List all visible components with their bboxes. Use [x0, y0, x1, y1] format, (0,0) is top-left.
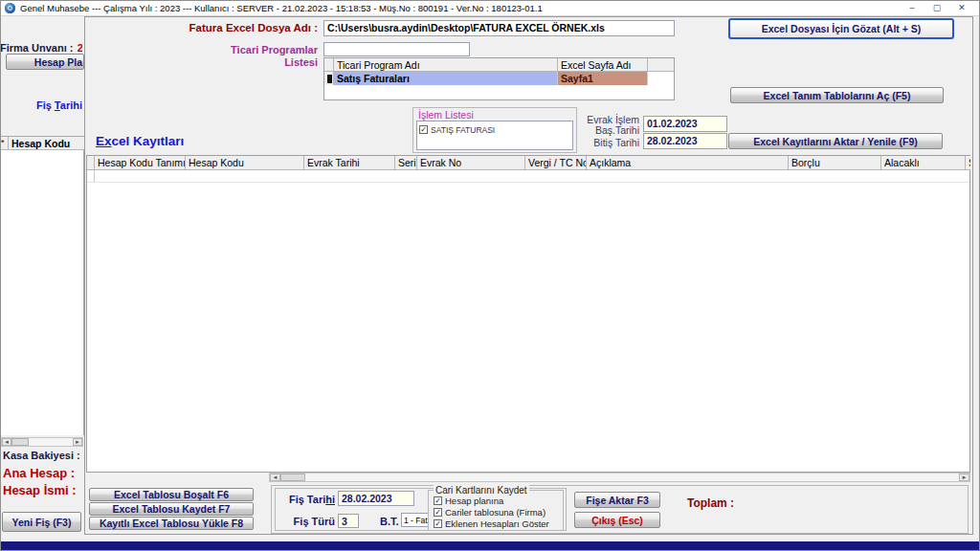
fis-turu-label: Fiş Türü: [278, 516, 335, 527]
scroll-left-icon[interactable]: ◄: [270, 474, 280, 481]
col-seri: Seri: [395, 156, 417, 170]
kasa-bakiyesi-label: Kasa Bakiyesi :: [3, 450, 80, 461]
excel-tablosu-kaydet-button[interactable]: Excel Tablosu Kaydet F7: [89, 502, 254, 516]
checkbox-eklenen-hesaplari[interactable]: ✓ Eklenen Hesapları Göster: [434, 518, 549, 529]
cari-kartlari-fieldset: Cari Kartlarını Kaydet ✓ Hesap planına ✓…: [428, 490, 564, 531]
hesap-kodu-list[interactable]: [0, 150, 84, 435]
col-borclu: Borçlu: [789, 156, 881, 170]
excel-file-path-input[interactable]: C:\Users\busra.aydin\Desktop\FATURA EXCE…: [323, 20, 675, 36]
row-selector-header: [324, 58, 334, 72]
scroll-left-icon[interactable]: ◄: [2, 438, 11, 446]
sayfa-adi-header: Excel Sayfa Adı: [558, 58, 648, 72]
program-table: Ticari Program Adı Excel Sayfa Adı Satış…: [323, 57, 675, 100]
records-table: Hesap Kodu Tanımı Hesap Kodu Evrak Tarih…: [86, 155, 970, 473]
records-selector-header: [87, 156, 95, 170]
bt-label: B.T.: [380, 516, 399, 527]
col-hesap-kodu: Hesap Kodu: [186, 156, 304, 170]
ticari-programlar-label-line1: Ticari Programlar: [96, 44, 318, 56]
checkbox-cariler-tablosuna[interactable]: ✓ Cariler tablosuna (Firma): [434, 507, 546, 518]
excel-tablosu-bosalt-button[interactable]: Excel Tablosu Boşalt F6: [89, 488, 254, 501]
program-adi-cell[interactable]: Satış Faturaları: [334, 72, 558, 85]
ticari-filter-input[interactable]: [323, 42, 470, 56]
close-icon[interactable]: ✕: [949, 0, 974, 16]
checkbox-label: Eklenen Hesapları Göster: [445, 518, 549, 529]
bottom-accent-bar: [0, 540, 980, 551]
fis-turu-input[interactable]: 3: [338, 514, 359, 528]
records-header-row: Hesap Kodu Tanımı Hesap Kodu Evrak Tarih…: [87, 156, 969, 170]
col-vergi-tc-no: Vergi / TC No: [525, 156, 587, 170]
col-aciklama: Açıklama: [587, 156, 789, 170]
application-window: { "titlebar": { "title": "Genel Muhasebe…: [0, 0, 980, 551]
program-table-header-row: Ticari Program Adı Excel Sayfa Adı: [324, 58, 674, 72]
excel-kayitlarini-aktar-button[interactable]: Excel Kayıtlarını Aktar / Yenile (F9): [728, 133, 943, 149]
records-empty-row: [87, 170, 969, 183]
row-selector-cell[interactable]: [324, 72, 334, 85]
program-adi-header: Ticari Program Adı: [334, 58, 558, 72]
excel-tanim-tablolari-button[interactable]: Excel Tanım Tablolarını Aç (F5): [730, 87, 944, 103]
fis-tarihi-bottom-label: Fiş Tarihi: [278, 494, 335, 505]
scrollbar-thumb[interactable]: [11, 438, 29, 446]
bitis-tarihi-input[interactable]: 28.02.2023: [643, 133, 727, 149]
maximize-icon[interactable]: ▢: [924, 0, 949, 16]
titlebar: Genel Muhasebe --- Çalışma Yılı : 2023 -…: [0, 0, 980, 16]
checkbox-label: Cariler tablosuna (Firma): [445, 507, 546, 518]
fise-aktar-button[interactable]: Fişe Aktar F3: [574, 492, 660, 508]
cikis-button[interactable]: Çıkış (Esc): [574, 512, 660, 528]
col-hesap-kodu-tanimi: Hesap Kodu Tanımı: [95, 156, 186, 170]
excel-kayitlari-title: Excel Kayıtları: [96, 134, 184, 148]
sayfa-adi-cell[interactable]: Sayfa1: [558, 72, 648, 85]
scrollbar-track[interactable]: [29, 438, 73, 446]
empty-row-selector: [87, 170, 95, 182]
col-stok: Sto: [966, 156, 970, 170]
hesap-kodu-header-row: * Hesap Kodu: [0, 136, 85, 150]
yeni-fis-button[interactable]: Yeni Fiş (F3): [2, 512, 81, 532]
program-table-row[interactable]: Satış Faturaları Sayfa1: [324, 72, 674, 85]
hesap-ismi-label: Hesap İsmi :: [3, 483, 77, 497]
scrollbar-thumb[interactable]: [280, 474, 305, 481]
islem-listesi-label: İşlem Listesi: [418, 109, 474, 121]
records-horizontal-scrollbar[interactable]: ◄ ►: [269, 473, 970, 482]
checked-checkbox-icon[interactable]: ✓: [434, 508, 442, 517]
evrak-islem-label-line2: Baş.Tarihi: [536, 125, 639, 136]
col-evrak-no: Evrak No: [417, 156, 525, 170]
gozat-button[interactable]: Excel Dosyası İçin Gözat (Alt + S): [728, 18, 954, 39]
selector-column-header: *: [0, 137, 9, 150]
window-title: Genel Muhasebe --- Çalışma Yılı : 2023 -…: [20, 0, 543, 16]
fis-tarihi-label: Fiş Tarihi: [0, 99, 82, 111]
current-row-marker-icon: [327, 75, 332, 83]
checked-checkbox-icon[interactable]: ✓: [434, 496, 442, 505]
ana-hesap-label: Ana Hesap :: [3, 466, 75, 480]
islem-item-label: SATIŞ FATURASI: [431, 125, 495, 135]
kayitli-excel-yukle-button[interactable]: Kayıtlı Excel Tablosu Yükle F8: [89, 517, 254, 530]
firma-unvani-value: 2: [78, 42, 82, 54]
sidebar-horizontal-scrollbar[interactable]: ◄ ►: [1, 437, 83, 447]
cari-kartlari-legend: Cari Kartlarını Kaydet: [434, 485, 529, 496]
scroll-right-icon[interactable]: ►: [73, 438, 82, 446]
col-alacakli: Alacaklı: [881, 156, 966, 170]
minimize-icon[interactable]: –: [900, 0, 924, 16]
bas-tarihi-input[interactable]: 01.02.2023: [643, 116, 727, 132]
bitis-tarihi-label: Bitiş Tarihi: [536, 138, 639, 148]
hesap-kodu-column-header: Hesap Kodu: [9, 137, 85, 150]
checked-checkbox-icon[interactable]: ✓: [434, 519, 442, 528]
row-filler: [648, 72, 674, 85]
hesap-plani-button[interactable]: Hesap Pla: [6, 54, 84, 70]
checked-checkbox-icon[interactable]: ✓: [419, 125, 428, 134]
header-filler: [648, 58, 674, 72]
toplam-label: Toplam :: [687, 496, 734, 510]
islem-list-item[interactable]: ✓ SATIŞ FATURASI: [419, 125, 495, 135]
col-evrak-tarihi: Evrak Tarihi: [304, 156, 395, 170]
fis-tarihi-input[interactable]: 28.02.2023: [338, 491, 414, 506]
app-icon: [5, 3, 15, 13]
fatura-excel-dosya-label: Fatura Excel Dosya Adı :: [96, 22, 318, 33]
checkbox-hesap-planina[interactable]: ✓ Hesap planına: [434, 496, 503, 506]
scrollbar-track[interactable]: [305, 474, 959, 481]
belge-turu-value: 1 - Fat: [402, 516, 428, 525]
checkbox-label: Hesap planına: [445, 496, 503, 506]
scroll-right-icon[interactable]: ►: [959, 474, 969, 481]
ticari-programlar-label-line2: Listesi: [96, 56, 318, 69]
